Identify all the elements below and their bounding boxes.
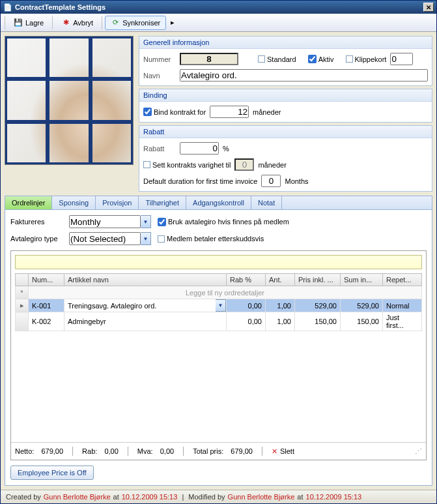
bind-months-field[interactable]	[210, 106, 249, 118]
tab-tilhorighet[interactable]: Tilhørighet	[139, 196, 186, 209]
default-duration-label: Default duration for first time invoice	[143, 177, 257, 185]
image-preview	[5, 36, 134, 165]
col-artikkel[interactable]: Artikkel navn	[64, 274, 227, 286]
avtalegiro-type-select[interactable]	[69, 232, 141, 245]
rabatt-group: Rabatt Rabatt % Sett kontrakts varighet …	[139, 125, 432, 192]
navn-label: Navn	[143, 72, 176, 80]
klippekort-field[interactable]	[390, 53, 413, 65]
cancel-label: Avbryt	[73, 19, 93, 27]
tab-sponsing[interactable]: Sponsing	[52, 196, 96, 209]
number-label: Nummer	[143, 55, 176, 63]
rabatt-label: Rabatt	[143, 145, 176, 153]
faktureres-select[interactable]	[69, 215, 141, 228]
sync-label: Synkroniser	[122, 19, 160, 27]
number-field	[180, 53, 238, 65]
cancel-button[interactable]: ✱ Avbryt	[55, 16, 99, 30]
col-repet[interactable]: Repet...	[383, 274, 422, 286]
save-button[interactable]: 💾 Lagre	[8, 16, 49, 30]
main-toolbar: 💾 Lagre ✱ Avbryt ⟳ Synkroniser ▸	[1, 14, 436, 32]
sync-icon: ⟳	[111, 18, 120, 27]
save-label: Lagre	[25, 19, 44, 27]
sync-button[interactable]: ⟳ Synkroniser	[105, 16, 166, 30]
bruk-avtalegiro-checkbox[interactable]: Bruk avtalegiro hvis finnes på medlem	[158, 218, 289, 226]
tab-adgangskontroll[interactable]: Adgangskontroll	[186, 196, 251, 209]
cancel-icon: ✱	[61, 18, 70, 27]
employee-price-button[interactable]: Employee Price is Off	[10, 466, 94, 480]
faktureres-label: Faktureres	[10, 218, 63, 226]
aktiv-checkbox[interactable]: Aktiv	[308, 55, 334, 63]
save-icon: 💾	[14, 18, 23, 27]
tab-notat[interactable]: Notat	[251, 196, 282, 209]
new-row-placeholder[interactable]: Legge til ny ordredetaljer	[29, 286, 422, 299]
statusbar: Created by Gunn Berlotte Bjørke at 10.12…	[1, 490, 436, 503]
klippekort-checkbox[interactable]: Klippekort	[346, 55, 387, 63]
titlebar: 📄 ContractTemplate Settings ✕	[1, 1, 436, 14]
set-duration-field	[234, 158, 254, 171]
col-sum[interactable]: Sum in...	[341, 274, 383, 286]
chevron-down-icon[interactable]: ▼	[141, 232, 151, 245]
col-rab[interactable]: Rab %	[227, 274, 266, 286]
general-group: Generell informasjon Nummer Standard Akt…	[139, 36, 432, 86]
new-row-indicator: *	[16, 286, 29, 299]
set-duration-checkbox[interactable]: Sett kontrakts varighet til	[143, 161, 231, 169]
close-button[interactable]: ✕	[423, 3, 434, 12]
default-duration-field[interactable]	[261, 175, 281, 187]
delete-icon: ✕	[272, 447, 277, 456]
grid-filter[interactable]	[15, 255, 422, 269]
bind-unit: måneder	[253, 108, 281, 116]
medlem-checkbox[interactable]: Medlem betaler etterskuddsvis	[158, 235, 264, 243]
avtalegiro-type-label: Avtalegiro type	[10, 235, 63, 243]
binding-group: Binding Bind kontrakt for måneder	[139, 89, 432, 123]
grid-footer: Netto: 679,00 Rab: 0,00 Mva: 0,00 Total …	[11, 442, 426, 460]
col-ant[interactable]: Ant.	[266, 274, 295, 286]
general-title: Generell informasjon	[139, 37, 432, 49]
app-icon: 📄	[3, 3, 12, 12]
rabatt-title: Rabatt	[139, 126, 432, 138]
resize-grip-icon: ⋰	[415, 447, 422, 456]
tab-ordrelinjer[interactable]: Ordrelinjer	[5, 196, 52, 209]
binding-title: Binding	[139, 89, 432, 102]
standard-checkbox[interactable]: Standard	[258, 55, 296, 63]
tab-provisjon[interactable]: Provisjon	[96, 196, 139, 209]
bind-checkbox[interactable]: Bind kontrakt for	[143, 108, 206, 116]
chevron-down-icon[interactable]: ▼	[141, 215, 151, 228]
chevron-down-icon[interactable]: ▼	[216, 299, 226, 312]
toolbar-overflow[interactable]: ▸	[167, 16, 178, 29]
window-title: ContractTemplate Settings	[15, 3, 423, 11]
order-lines-table: Num... Artikkel navn Rab % Ant. Pris ink…	[15, 273, 422, 331]
table-row[interactable]: ▸K-001Treningsavg. Avtalegiro ord.▼0,001…	[16, 299, 422, 312]
table-row[interactable]: K-002Admingebyr0,001,00150,00150,00Just …	[16, 312, 422, 331]
rabatt-field[interactable]	[180, 142, 219, 155]
tabbar: Ordrelinjer Sponsing Provisjon Tilhørigh…	[5, 196, 432, 210]
col-pris[interactable]: Pris inkl. ...	[295, 274, 341, 286]
navn-field[interactable]	[180, 69, 428, 82]
delete-button[interactable]: ✕ Slett	[272, 447, 294, 456]
col-num[interactable]: Num...	[29, 274, 64, 286]
